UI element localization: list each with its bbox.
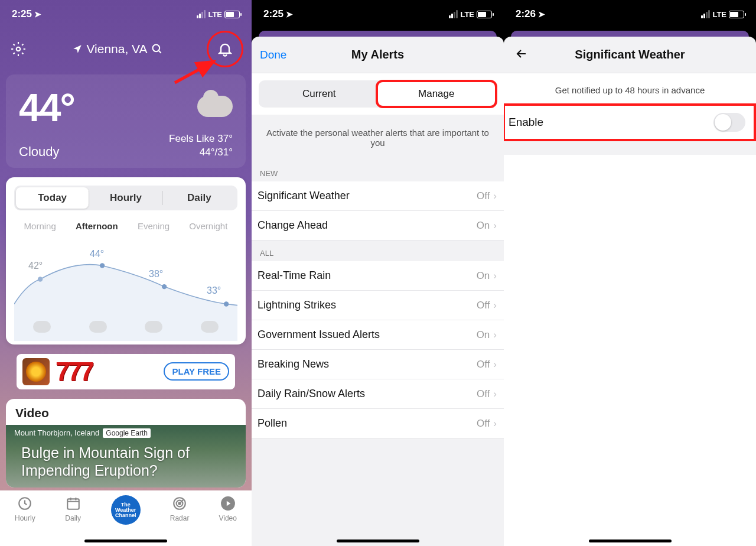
tab-manage[interactable]: Manage — [378, 82, 496, 106]
clock-icon — [17, 496, 32, 511]
cloud-icon — [197, 96, 233, 117]
nav-bar: Significant Weather — [504, 37, 756, 73]
pt-morning: 42° — [28, 261, 43, 271]
row-lightning[interactable]: Lightning StrikesOff› — [252, 291, 504, 320]
location-button[interactable]: Vienna, VA — [72, 42, 162, 56]
phone-significant-weather: 2:26➤ LTE Significant Weather Get notifi… — [504, 0, 756, 546]
hi-lo: 44°/31° — [169, 146, 233, 160]
svg-point-2 — [38, 277, 43, 281]
tab-hourly[interactable]: Hourly — [15, 495, 35, 522]
svg-point-3 — [100, 263, 105, 268]
home-indicator[interactable] — [337, 540, 419, 542]
svg-point-1 — [152, 45, 159, 52]
home-indicator[interactable] — [589, 540, 672, 542]
enable-switch[interactable] — [713, 113, 745, 132]
row-breaking-news[interactable]: Breaking NewsOff› — [252, 350, 504, 379]
enable-label: Enable — [509, 116, 543, 129]
nav-bar: Done My Alerts — [252, 37, 504, 73]
signal-icon — [197, 10, 206, 18]
chevron-right-icon: › — [493, 359, 497, 370]
video-card[interactable]: Video Mount Thorbjorn, Iceland Google Ea… — [6, 399, 246, 488]
current-conditions-card[interactable]: 44° Cloudy Feels Like 37° 44°/31° — [6, 74, 246, 168]
sig-weather-subtitle: Get notified up to 48 hours in advance — [504, 73, 756, 106]
tab-radar[interactable]: Radar — [170, 495, 190, 522]
status-bar: 2:26➤ LTE — [504, 0, 756, 26]
settings-gear-icon[interactable] — [11, 41, 26, 57]
row-significant-weather[interactable]: Significant WeatherOff› — [252, 181, 504, 211]
battery-icon — [477, 11, 492, 18]
condition-text: Cloudy — [19, 144, 59, 160]
daypart-labels: Morning Afternoon Evening Overnight — [14, 221, 237, 231]
forecast-card: Today Hourly Daily Morning Afternoon Eve… — [6, 177, 246, 344]
tab-current[interactable]: Current — [260, 82, 378, 106]
chevron-right-icon: › — [493, 418, 497, 430]
svg-point-5 — [224, 301, 229, 306]
done-button[interactable]: Done — [260, 48, 286, 61]
play-icon — [220, 496, 236, 511]
seg-daily[interactable]: Daily — [163, 187, 236, 209]
alerts-bell-button[interactable] — [209, 33, 241, 65]
seg-today[interactable]: Today — [16, 187, 89, 209]
modal-background-peek — [511, 31, 749, 37]
radar-icon — [172, 496, 187, 511]
row-change-ahead[interactable]: Change AheadOn› — [252, 211, 504, 240]
ad-banner[interactable]: 777 PLAY FREE — [17, 354, 235, 389]
daypart-afternoon[interactable]: Afternoon — [76, 221, 118, 231]
ad-app-icon — [22, 358, 50, 385]
chevron-right-icon: › — [493, 329, 497, 341]
nav-title: Significant Weather — [504, 48, 756, 61]
video-source-badge: Google Earth — [103, 428, 151, 438]
phone-my-alerts: 2:25➤ LTE Done My Alerts Current Manage … — [252, 0, 504, 546]
tab-video[interactable]: Video — [219, 495, 236, 522]
calendar-icon — [66, 496, 81, 511]
network: LTE — [460, 10, 474, 19]
video-headline: Bulge in Mountain Sign of Impending Erup… — [21, 444, 230, 479]
video-section-title: Video — [6, 399, 246, 427]
row-gov-alerts[interactable]: Government Issued AlertsOn› — [252, 320, 504, 350]
sig-weather-modal: Significant Weather Get notified up to 4… — [504, 37, 756, 546]
cloud-icon — [33, 321, 51, 333]
header-row: Vienna, VA — [0, 26, 252, 72]
ad-cta-button[interactable]: PLAY FREE — [164, 362, 229, 381]
chevron-right-icon: › — [493, 220, 497, 232]
status-bar: 2:25➤ LTE — [0, 0, 252, 26]
phone-weather-home: 2:25➤ LTE Vienna, VA 44° Cloudy Feels Li… — [0, 0, 252, 546]
daypart-morning[interactable]: Morning — [24, 221, 56, 231]
tab-daily[interactable]: Daily — [65, 495, 82, 522]
time: 2:25 — [263, 8, 284, 20]
current-temp: 44° — [19, 85, 74, 130]
chevron-right-icon: › — [493, 300, 497, 311]
daypart-overnight[interactable]: Overnight — [189, 221, 227, 231]
section-header-new: NEW — [252, 161, 504, 181]
arrow-left-icon — [514, 47, 529, 61]
chevron-right-icon: › — [493, 388, 497, 400]
annotation-circle — [207, 31, 243, 67]
signal-icon — [449, 10, 458, 18]
video-thumbnail: Mount Thorbjorn, Iceland Google Earth Bu… — [6, 425, 246, 488]
signal-icon — [701, 10, 710, 18]
pt-evening: 38° — [149, 269, 163, 280]
seg-hourly[interactable]: Hourly — [89, 187, 162, 209]
home-indicator[interactable] — [84, 540, 167, 542]
location-arrow-icon: ➤ — [286, 9, 293, 19]
row-rain-snow[interactable]: Daily Rain/Snow AlertsOff› — [252, 379, 504, 409]
cloud-icon — [201, 321, 219, 333]
alerts-modal: Done My Alerts Current Manage Activate t… — [252, 37, 504, 546]
row-realtime-rain[interactable]: Real-Time RainOn› — [252, 261, 504, 291]
ad-graphic: 777 — [56, 357, 158, 386]
time: 2:26 — [516, 8, 536, 20]
tabs-container: Current Manage — [252, 73, 504, 115]
temp-chart: 42° 44° 38° 33° — [14, 236, 237, 336]
tab-home[interactable]: TheWeatherChannel — [111, 495, 141, 525]
cloud-icon — [145, 321, 162, 333]
nav-arrow-icon — [72, 44, 83, 54]
row-pollen[interactable]: PollenOff› — [252, 409, 504, 438]
forecast-segment: Today Hourly Daily — [14, 186, 237, 210]
battery-icon — [729, 11, 744, 18]
alerts-description: Activate the personal weather alerts tha… — [252, 115, 504, 161]
location-arrow-icon: ➤ — [34, 9, 41, 19]
svg-point-4 — [162, 284, 167, 289]
back-button[interactable] — [512, 44, 531, 66]
daypart-evening[interactable]: Evening — [138, 221, 170, 231]
feels-like: Feels Like 37° — [169, 132, 233, 146]
